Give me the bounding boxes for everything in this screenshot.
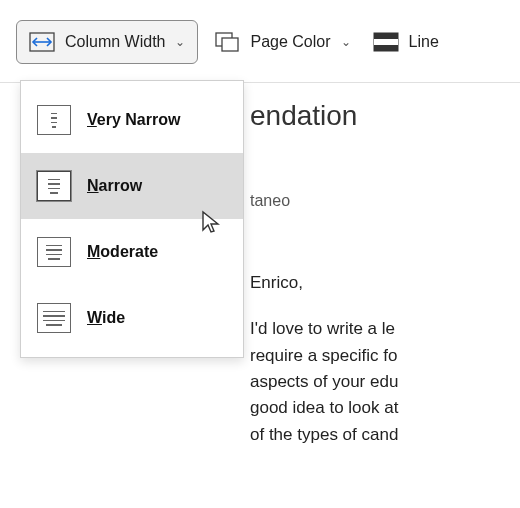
document-area: endation taneo Enrico, I'd love to write… [250,100,520,448]
svg-rect-3 [222,38,238,51]
menu-item-moderate[interactable]: Moderate [21,219,243,285]
column-width-dropdown: Very Narrow Narrow Moderate Wide [20,80,244,358]
menu-item-label: Moderate [87,243,158,261]
document-body: Enrico, I'd love to write a le require a… [250,270,520,448]
menu-item-wide[interactable]: Wide [21,285,243,351]
toolbar: Column Width ⌄ Page Color ⌄ Line [0,0,520,83]
body-line: I'd love to write a le [250,316,520,342]
line-button[interactable]: Line [367,20,445,64]
line-focus-icon [373,31,399,53]
document-author: taneo [250,192,520,210]
menu-item-narrow[interactable]: Narrow [21,153,243,219]
menu-item-label: Narrow [87,177,142,195]
wide-icon [37,303,71,333]
moderate-icon [37,237,71,267]
chevron-down-icon: ⌄ [341,35,351,49]
very-narrow-icon [37,105,71,135]
body-line: good idea to look at [250,395,520,421]
narrow-icon [37,171,71,201]
page-color-button[interactable]: Page Color ⌄ [208,20,356,64]
line-label: Line [409,33,439,51]
menu-item-label: Wide [87,309,125,327]
menu-item-very-narrow[interactable]: Very Narrow [21,87,243,153]
body-line: of the types of cand [250,422,520,448]
menu-item-label: Very Narrow [87,111,180,129]
page-color-icon [214,31,240,53]
body-line: aspects of your edu [250,369,520,395]
chevron-down-icon: ⌄ [175,35,185,49]
body-line: Enrico, [250,270,520,296]
svg-rect-5 [374,39,398,45]
column-width-button[interactable]: Column Width ⌄ [16,20,198,64]
column-width-label: Column Width [65,33,165,51]
document-title: endation [250,100,520,132]
body-line: require a specific fo [250,343,520,369]
page-color-label: Page Color [250,33,330,51]
column-width-icon [29,31,55,53]
